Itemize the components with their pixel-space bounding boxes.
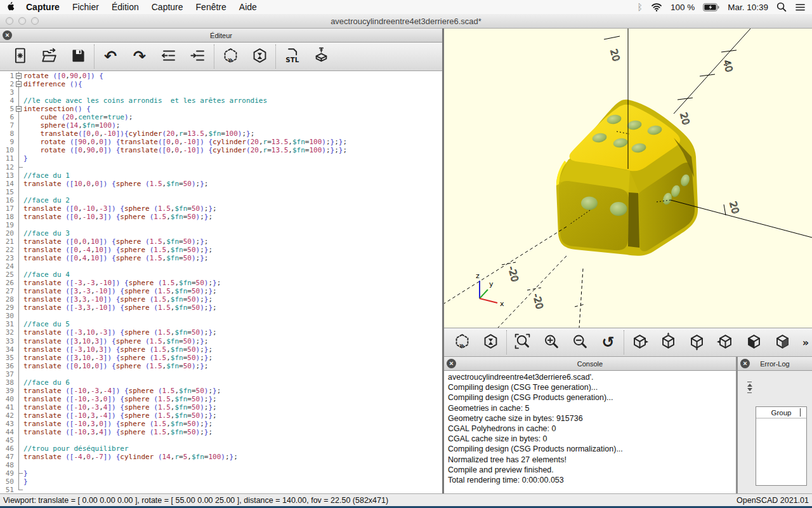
fold-margin[interactable]	[14, 420, 23, 428]
view-bottom-button[interactable]	[683, 330, 711, 354]
fold-margin[interactable]	[14, 378, 23, 387]
fold-margin[interactable]	[14, 328, 23, 337]
fold-margin[interactable]	[14, 436, 23, 444]
render-button[interactable]	[245, 44, 274, 69]
spotlight-search-icon[interactable]	[776, 2, 787, 12]
code-line[interactable]: 15	[0, 188, 442, 196]
fold-margin[interactable]	[14, 246, 23, 254]
code-line[interactable]: 44translate ([-10,3,4]) {sphere (1.5,$fn…	[0, 428, 442, 436]
editor-close-icon[interactable]: ×	[3, 30, 12, 40]
new-file-button[interactable]	[5, 44, 34, 69]
3d-viewport[interactable]: 20 20 40 20 -20 -20 z y x	[444, 29, 812, 328]
zoom-window-button[interactable]	[31, 17, 39, 25]
code-line[interactable]: 45	[0, 436, 442, 444]
fold-margin[interactable]	[14, 411, 23, 420]
fold-margin[interactable]	[14, 80, 23, 88]
fold-margin[interactable]	[14, 453, 23, 461]
fold-margin[interactable]	[14, 97, 23, 105]
errorlog-group-list[interactable]: Group	[756, 406, 807, 486]
code-line[interactable]: 26translate ([-3,-3,-10]) {sphere (1.5,$…	[0, 279, 442, 287]
fold-margin[interactable]	[14, 171, 23, 180]
code-line[interactable]: 36translate ([0,10,0]) {sphere (1.5,$fn=…	[0, 362, 442, 370]
fold-margin[interactable]	[14, 469, 23, 478]
errorlog-close-icon[interactable]: ×	[740, 359, 750, 368]
menubar-clock[interactable]: Mar. 10:39	[728, 3, 768, 12]
fold-margin[interactable]	[14, 72, 23, 80]
code-line[interactable]: 12	[0, 163, 442, 171]
fold-margin[interactable]	[14, 163, 23, 171]
render-button[interactable]	[476, 330, 505, 354]
view-front-button[interactable]	[740, 330, 768, 354]
fold-margin[interactable]	[14, 486, 23, 493]
fold-margin[interactable]	[14, 221, 23, 229]
code-line[interactable]: 19	[0, 221, 442, 229]
console-output[interactable]: avectroucylindreentre4et3derriere6.scad'…	[444, 371, 736, 493]
console-close-icon[interactable]: ×	[447, 359, 456, 368]
code-editor[interactable]: 1rotate ([0,90,0]) {2difference (){3 4//…	[0, 71, 442, 493]
preview-button[interactable]: »	[216, 44, 245, 69]
code-line[interactable]: 51	[0, 486, 442, 493]
code-line[interactable]: 3	[0, 88, 442, 97]
code-line[interactable]: 23translate ([0,4,10]) {sphere (1.5,$fn=…	[0, 254, 442, 262]
code-line[interactable]: 13//face du 1	[0, 171, 442, 180]
code-line[interactable]: 32translate ([-3,10,-3]) {sphere (1.5,$f…	[0, 328, 442, 337]
fold-margin[interactable]	[14, 444, 23, 453]
code-line[interactable]: 40translate ([-10,-3,0]) {sphere (1.5,$f…	[0, 395, 442, 403]
menu-item-fen-tre[interactable]: Fenêtre	[190, 2, 233, 12]
menu-item-capture[interactable]: Capture	[145, 2, 190, 12]
code-line[interactable]: 9 rotate ([90,0,0]) {translate([0,0,-10]…	[0, 138, 442, 146]
code-line[interactable]: 25//face du 4	[0, 271, 442, 279]
code-line[interactable]: 47translate ([-4,0,-7]) {cylinder (14,r=…	[0, 453, 442, 461]
code-line[interactable]: 48	[0, 461, 442, 469]
code-line[interactable]: 39translate ([-10,-3,-4]) {sphere (1.5,$…	[0, 387, 442, 395]
code-line[interactable]: 42translate ([-10,3,-4]) {sphere (1.5,$f…	[0, 411, 442, 420]
fold-margin[interactable]	[14, 213, 23, 221]
fold-margin[interactable]	[14, 345, 23, 354]
apple-menu[interactable]	[6, 1, 15, 13]
fold-margin[interactable]	[14, 320, 23, 328]
code-line[interactable]: 4//le cube avec les coins arrondis et le…	[0, 97, 442, 105]
code-line[interactable]: 49}	[0, 469, 442, 478]
fold-margin[interactable]	[14, 395, 23, 403]
errorlog-filter-combobox[interactable]	[745, 376, 754, 399]
unindent-button[interactable]	[154, 44, 183, 69]
code-line[interactable]: 46//trou pour déséquilibrer	[0, 444, 442, 453]
bluetooth-icon[interactable]: ᛒ	[638, 2, 643, 12]
fold-margin[interactable]	[14, 461, 23, 469]
fold-margin[interactable]	[14, 262, 23, 271]
fold-margin[interactable]	[14, 354, 23, 362]
code-line[interactable]: 20//face du 3	[0, 229, 442, 237]
fold-margin[interactable]	[14, 370, 23, 378]
view-back-button[interactable]	[768, 330, 797, 354]
code-line[interactable]: 38//face du 6	[0, 378, 442, 387]
fold-margin[interactable]	[14, 428, 23, 436]
code-line[interactable]: 33translate ([3,10,3]) {sphere (1.5,$fn=…	[0, 337, 442, 345]
code-line[interactable]: 29translate ([-3,3,-10]) {sphere (1.5,$f…	[0, 304, 442, 312]
code-line[interactable]: 2difference (){	[0, 80, 442, 88]
zoom-all-button[interactable]	[508, 330, 537, 354]
code-line[interactable]: 31//face du 5	[0, 320, 442, 328]
code-line[interactable]: 1rotate ([0,90,0]) {	[0, 72, 442, 80]
fold-margin[interactable]	[14, 387, 23, 395]
errorlog-group-column-header[interactable]: Group	[756, 407, 806, 418]
code-line[interactable]: 11}	[0, 154, 442, 163]
undo-button[interactable]: ↶	[96, 44, 125, 69]
toolbar-overflow-button[interactable]: »	[802, 337, 809, 349]
wifi-icon[interactable]	[651, 2, 662, 12]
view-top-button[interactable]	[654, 330, 683, 354]
save-file-button[interactable]	[63, 44, 93, 69]
menu-item-capture-app[interactable]: Capture	[20, 2, 66, 12]
fold-margin[interactable]	[14, 154, 23, 163]
code-line[interactable]: 16//face du 2	[0, 196, 442, 204]
code-line[interactable]: 43translate ([-10,3,0]) {sphere (1.5,$fn…	[0, 420, 442, 428]
zoom-out-button[interactable]	[565, 330, 594, 354]
view-left-button[interactable]	[711, 330, 740, 354]
code-line[interactable]: 17translate ([0,-10,-3]) {sphere (1.5,$f…	[0, 204, 442, 213]
code-line[interactable]: 18translate ([0,-10,3]) {sphere (1.5,$fn…	[0, 213, 442, 221]
code-line[interactable]: 28translate ([3,3,-10]) {sphere (1.5,$fn…	[0, 295, 442, 304]
code-line[interactable]: 35translate ([3,10,-3]) {sphere (1.5,$fn…	[0, 354, 442, 362]
fold-margin[interactable]	[14, 113, 23, 121]
fold-margin[interactable]	[14, 337, 23, 345]
fold-margin[interactable]	[14, 478, 23, 486]
zoom-in-button[interactable]	[537, 330, 565, 354]
